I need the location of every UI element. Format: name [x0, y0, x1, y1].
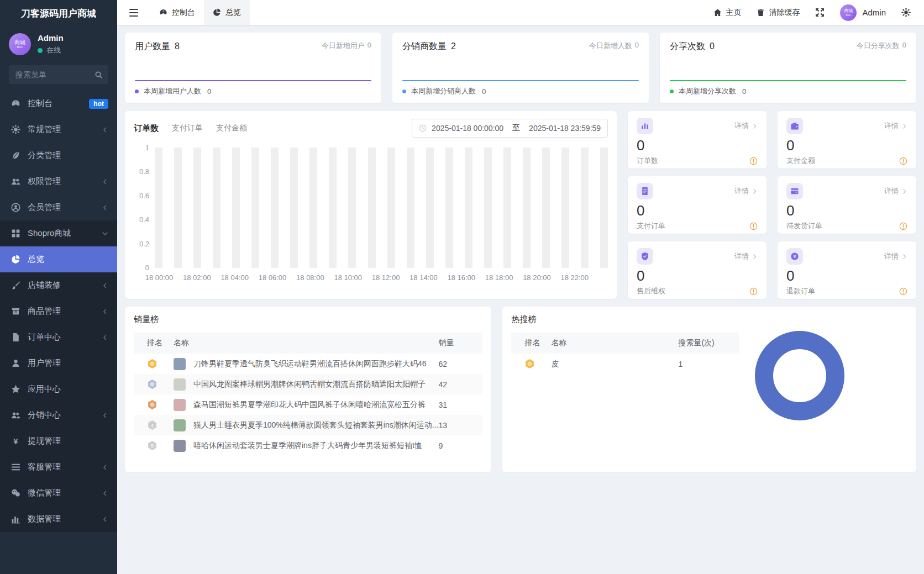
stat-cards-row: 用户数量 8 今日新增用户 0 本周新增用户人数 0	[125, 33, 916, 103]
chart-bar	[155, 148, 162, 268]
sidebar-submenu-item[interactable]: 店铺装修	[0, 272, 117, 298]
star-icon	[11, 385, 20, 394]
detail-link[interactable]: 详情	[884, 251, 907, 261]
menu-item-label: Shopro商城	[28, 228, 102, 239]
x-axis-tick: 18 04:00	[221, 273, 249, 282]
sidebar-submenu-item[interactable]: 商品管理	[0, 298, 117, 324]
sidebar-submenu-item[interactable]: 订单中心	[0, 324, 117, 350]
sidebar-submenu-item[interactable]: 应用中心	[0, 376, 117, 402]
sidebar-submenu-item[interactable]: 用户管理	[0, 350, 117, 376]
menu-item-label: 用户管理	[28, 358, 108, 368]
rank-medal-icon: 5	[147, 440, 158, 451]
sidebar-submenu-item[interactable]: 总览	[0, 246, 117, 272]
x-axis-labels: 18 00:0018 02:0018 04:0018 06:0018 08:00…	[155, 273, 608, 282]
stat-card: 分享次数 0 今日分享次数 0 本周新增分享次数 0	[660, 33, 916, 103]
sidebar-submenu-item[interactable]: 客服管理	[0, 454, 117, 480]
svg-text:5: 5	[151, 443, 154, 449]
user-name: Admin	[38, 33, 64, 43]
search-input[interactable]	[9, 65, 108, 84]
detail-link[interactable]: 详情	[734, 186, 758, 196]
y-axis-tick: 0.2	[139, 240, 149, 248]
x-axis-tick: 18 12:00	[372, 273, 400, 282]
sidebar: 刀客源码用户商城 商城 · B2C · Admin 在线	[0, 0, 117, 574]
fullscreen-icon[interactable]	[815, 8, 825, 17]
stat-card-value: 2	[451, 41, 456, 51]
topbar-user[interactable]: 商城 · B2C · Admin	[840, 4, 886, 21]
search-icon	[95, 71, 103, 79]
x-axis-tick: 18 02:00	[183, 273, 211, 282]
menu-item-label: 会员管理	[28, 202, 102, 213]
home-link[interactable]: 主页	[713, 8, 741, 18]
info-warning-icon	[749, 287, 758, 296]
sidebar-user-panel[interactable]: 商城 · B2C · Admin 在线	[0, 28, 117, 63]
chart-icon	[11, 514, 20, 524]
sales-rank-card: 销量榜 排名 名称 销量 刀锋男鞋夏季透气防臭飞织运动鞋男潮流百搭休闲网面跑步鞋…	[125, 307, 491, 472]
chart-plot-area	[155, 148, 608, 268]
stat-card-title: 用户数量 8	[135, 41, 180, 52]
product-thumbnail	[174, 399, 186, 411]
chevron-left-icon	[102, 464, 108, 471]
chart-tab[interactable]: 支付订单	[172, 123, 203, 133]
settings-gear-icon[interactable]	[901, 8, 911, 17]
search-count: 1	[678, 360, 739, 368]
avatar: 商城 · B2C ·	[9, 33, 31, 55]
sidebar-submenu-item[interactable]: ¥ 提现管理	[0, 428, 117, 454]
chart-tabs: 订单数 支付订单 支付金额	[134, 123, 247, 134]
hot-search-table: 皮 1	[511, 354, 739, 374]
clock-icon	[419, 124, 427, 132]
sidebar-menu-item[interactable]: Shopro商城	[0, 220, 117, 246]
topbar-tab[interactable]: 总览	[204, 0, 250, 25]
chart-tab[interactable]: 支付金额	[216, 123, 247, 133]
user-info: Admin 在线	[38, 33, 64, 55]
summary-card-value: 0	[786, 203, 907, 218]
stat-card-subtitle: 今日新增人数 0	[589, 41, 639, 51]
product-thumbnail	[174, 419, 186, 431]
sidebar-menu-item[interactable]: 权限管理	[0, 168, 117, 194]
x-axis-tick: 18 14:00	[410, 273, 438, 282]
topbar-tab[interactable]: 控制台	[150, 0, 204, 25]
menu-item-label: 常规管理	[28, 124, 102, 135]
topbar-right: 主页 清除缓存 商城 · B2C · Admin	[713, 4, 924, 21]
sidebar-menu-item[interactable]: 常规管理	[0, 117, 117, 143]
user-circle-icon	[11, 203, 20, 212]
menu-item-label: 分类管理	[28, 150, 108, 161]
menu-item-label: 权限管理	[28, 176, 102, 187]
detail-link[interactable]: 详情	[734, 121, 758, 131]
wechat-icon	[11, 488, 20, 498]
sidebar-submenu-item[interactable]: 分销中心	[0, 402, 117, 428]
chart-bar	[465, 148, 473, 268]
hamburger-menu-icon[interactable]	[117, 8, 150, 17]
gauge-icon	[11, 99, 20, 108]
x-axis-tick: 18 18:00	[485, 273, 513, 282]
hot-badge: hot	[89, 99, 108, 109]
sales-count: 42	[438, 380, 482, 389]
date-end-input[interactable]: 2025-01-18 23:59:59	[529, 124, 601, 133]
x-axis-tick: 18 00:00	[145, 273, 174, 282]
x-axis-tick: 18 16:00	[447, 273, 475, 282]
sidebar-submenu-item[interactable]: 数据管理	[0, 506, 117, 532]
refund-icon: ¥	[786, 248, 803, 265]
detail-link[interactable]: 详情	[884, 186, 907, 196]
detail-link[interactable]: 详情	[884, 121, 907, 131]
chart-bar	[542, 148, 550, 268]
chart-tab[interactable]: 订单数	[134, 123, 159, 134]
chevron-left-icon	[102, 282, 108, 289]
summary-card-label: 支付订单	[637, 221, 665, 231]
rank-medal-icon	[524, 359, 535, 369]
chart-bar	[387, 148, 395, 268]
chevron-right-icon	[752, 188, 758, 194]
detail-link[interactable]: 详情	[734, 251, 758, 261]
sidebar-menu-item[interactable]: 控制台 hot	[0, 91, 117, 117]
clear-cache-link[interactable]: 清除缓存	[757, 8, 800, 18]
date-start-input[interactable]: 2025-01-18 00:00:00	[432, 124, 503, 133]
sales-rank-row: 中国风龙图案棒球帽男潮牌休闲鸭舌帽女潮流百搭防晒遮阳太阳帽子 42	[134, 374, 482, 394]
sidebar-menu-item[interactable]: 分类管理	[0, 143, 117, 168]
summary-cards-grid: 详情 0 订单数	[628, 111, 916, 299]
sidebar-menu-item[interactable]: 会员管理	[0, 194, 117, 220]
chevron-down-icon	[102, 230, 108, 237]
orders-bar-chart: 10.80.60.40.20 18 00:0018 02:0018 04:001…	[134, 148, 608, 282]
online-dot	[38, 48, 43, 53]
date-range-picker[interactable]: 2025-01-18 00:00:00 至 2025-01-18 23:59:5…	[412, 119, 608, 138]
sidebar-submenu-item[interactable]: 微信管理	[0, 480, 117, 506]
package-icon	[786, 183, 803, 199]
